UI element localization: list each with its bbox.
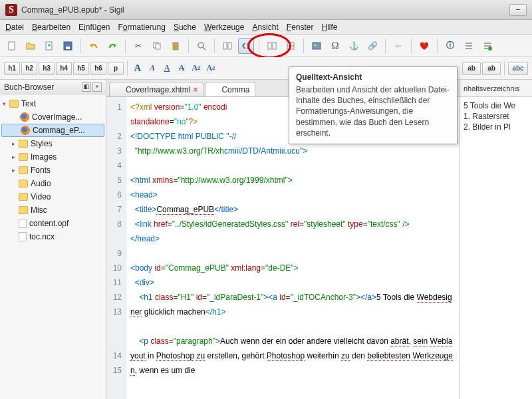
- menu-einfuegen[interactable]: Einfügen: [78, 23, 110, 32]
- svg-rect-3: [66, 47, 70, 49]
- toc-item[interactable]: 1. Rastersret: [464, 112, 528, 121]
- donate-icon[interactable]: [416, 38, 432, 54]
- open-icon[interactable]: [23, 38, 39, 54]
- svg-rect-5: [156, 44, 160, 49]
- menu-datei[interactable]: Datei: [5, 23, 24, 32]
- p-button[interactable]: p: [108, 62, 124, 75]
- tree-folder-misc[interactable]: Misc: [1, 203, 104, 217]
- menu-bearbeiten[interactable]: Bearbeiten: [32, 23, 70, 32]
- menu-suche[interactable]: Suche: [174, 23, 196, 32]
- tab-commag[interactable]: Comma: [205, 82, 255, 96]
- h2-button[interactable]: h2: [21, 62, 37, 75]
- link-icon[interactable]: 🔗: [364, 38, 380, 54]
- h3-button[interactable]: h3: [39, 62, 55, 75]
- tree-folder-audio[interactable]: Audio: [1, 177, 104, 190]
- underline-icon[interactable]: A: [160, 62, 174, 75]
- svg-rect-12: [313, 43, 321, 49]
- tooltip-body: Bearbeiten und Ansicht der aktuellen Dat…: [296, 84, 450, 138]
- tree-file-coverimage[interactable]: CoverImage...: [1, 110, 104, 124]
- bold-icon[interactable]: A: [131, 62, 144, 75]
- copy-icon[interactable]: [149, 38, 165, 54]
- italic-icon[interactable]: A: [146, 62, 159, 75]
- image-icon[interactable]: [309, 38, 325, 54]
- save-icon[interactable]: [60, 38, 76, 54]
- menu-ansicht[interactable]: Ansicht: [252, 23, 278, 32]
- menu-werkzeuge[interactable]: Werkzeuge: [204, 23, 244, 32]
- svg-rect-0: [9, 42, 15, 50]
- superscript-icon[interactable]: A2: [204, 62, 217, 75]
- svg-rect-7: [174, 42, 177, 44]
- tooltip: Quelltext-Ansicht Bearbeiten und Ansicht…: [289, 66, 458, 144]
- tab-coverimage[interactable]: CoverImage.xhtml×: [109, 82, 203, 96]
- validate-icon[interactable]: [479, 38, 495, 54]
- code-view-icon[interactable]: [238, 38, 254, 54]
- paste-icon[interactable]: [168, 38, 184, 54]
- metadata-icon[interactable]: ⓘ: [442, 38, 458, 54]
- back-icon[interactable]: ⇐: [390, 38, 406, 54]
- tag-ab2-button[interactable]: ab: [482, 62, 501, 75]
- app-logo: S: [5, 4, 17, 16]
- h6-button[interactable]: h6: [90, 62, 106, 75]
- cut-icon[interactable]: ✂: [130, 38, 146, 54]
- toc-item[interactable]: 5 Tools die We: [464, 101, 528, 110]
- menubar: Datei Bearbeiten Einfügen Formatierung S…: [0, 20, 532, 35]
- toc-header: nhaltsverzeichnis: [460, 80, 532, 97]
- panel-float-icon[interactable]: ◧: [82, 82, 91, 92]
- undo-icon[interactable]: [86, 38, 102, 54]
- menu-formatierung[interactable]: Formatierung: [118, 23, 165, 32]
- h1-button[interactable]: h1: [4, 62, 20, 75]
- svg-point-13: [315, 44, 317, 46]
- panel-header: Buch-Browser ◧ ×: [0, 80, 106, 94]
- tooltip-title: Quelltext-Ansicht: [296, 72, 450, 82]
- strike-icon[interactable]: A: [175, 62, 188, 75]
- tree-file-contentopf[interactable]: content.opf: [1, 217, 104, 230]
- panel-title: Buch-Browser: [4, 82, 54, 92]
- menu-fenster[interactable]: Fenster: [287, 23, 314, 32]
- tree-folder-styles[interactable]: ▸Styles: [1, 137, 104, 150]
- search-icon[interactable]: [194, 38, 209, 54]
- titlebar: S Commag_ePUB.epub* - Sigil –: [0, 0, 532, 20]
- subscript-icon[interactable]: A2: [190, 62, 203, 75]
- tree-file-commag[interactable]: Commag_eP...: [1, 124, 104, 137]
- toc-icon[interactable]: [461, 38, 477, 54]
- redo-icon[interactable]: [104, 38, 120, 54]
- toc-panel: nhaltsverzeichnis 5 Tools die We 1. Rast…: [459, 80, 532, 399]
- tag-ab-button[interactable]: ab: [462, 62, 481, 75]
- file-tree: ▾Text CoverImage... Commag_eP... ▸Styles…: [0, 94, 106, 246]
- special-char-icon[interactable]: Ω: [327, 38, 343, 54]
- abc-button[interactable]: abc: [508, 62, 528, 75]
- minimize-button[interactable]: –: [509, 4, 527, 16]
- main-toolbar: ✂ Ω ⚓ 🔗 ⇐ ⓘ: [0, 35, 532, 57]
- anchor-icon[interactable]: ⚓: [346, 38, 362, 54]
- split-icon[interactable]: [264, 38, 280, 54]
- add-icon[interactable]: [41, 38, 57, 54]
- tree-folder-text[interactable]: ▾Text: [1, 97, 104, 110]
- svg-point-14: [488, 47, 492, 51]
- tree-folder-images[interactable]: ▸Images: [1, 150, 104, 164]
- tree-folder-fonts[interactable]: ▸Fonts: [1, 164, 104, 177]
- h4-button[interactable]: h4: [56, 62, 72, 75]
- tree-folder-video[interactable]: Video: [1, 190, 104, 203]
- svg-rect-10: [273, 43, 276, 49]
- tree-file-tocncx[interactable]: toc.ncx: [1, 230, 104, 243]
- book-view-icon[interactable]: [219, 38, 235, 54]
- menu-hilfe[interactable]: Hilfe: [321, 23, 337, 32]
- h5-button[interactable]: h5: [73, 62, 89, 75]
- close-tab-icon[interactable]: ×: [193, 85, 198, 94]
- toc-item[interactable]: 2. Bilder in Pl: [464, 122, 528, 132]
- line-gutter: 123456789101112131415: [106, 97, 126, 399]
- book-browser-panel: Buch-Browser ◧ × ▾Text CoverImage... Com…: [0, 80, 106, 399]
- split-marker-icon[interactable]: [283, 38, 299, 54]
- svg-rect-9: [268, 43, 271, 49]
- panel-close-icon[interactable]: ×: [92, 82, 102, 92]
- window-title: Commag_ePUB.epub* - Sigil: [21, 5, 124, 15]
- svg-point-8: [198, 43, 203, 48]
- new-icon[interactable]: [4, 38, 20, 54]
